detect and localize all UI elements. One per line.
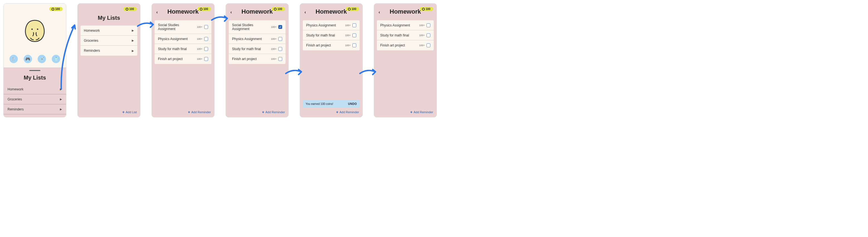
task-reward: 100+ bbox=[345, 44, 351, 47]
game-icon: 🎮 bbox=[25, 57, 30, 61]
list-item-reminders[interactable]: Reminders ▶ bbox=[81, 46, 137, 56]
plus-icon: + bbox=[410, 110, 412, 114]
coin-badge[interactable]: 100 bbox=[197, 7, 211, 11]
vaccine-button[interactable]: 💉 bbox=[38, 55, 46, 63]
task-checkbox[interactable] bbox=[278, 37, 282, 41]
coin-badge[interactable]: 100 bbox=[272, 7, 285, 11]
task-reward: 100+ bbox=[197, 47, 203, 50]
coin-badge[interactable]: 100 bbox=[420, 7, 433, 11]
coin-value: 100 bbox=[55, 7, 60, 10]
task-checkbox[interactable] bbox=[204, 57, 208, 61]
shirt-button[interactable]: 👕 bbox=[52, 55, 60, 63]
task-checkbox[interactable] bbox=[427, 43, 430, 47]
pet-avatar bbox=[22, 18, 48, 44]
back-button[interactable]: ‹ bbox=[305, 10, 306, 15]
bottom-sheet[interactable]: My Lists Homework ▶ Groceries ▶ Reminder… bbox=[4, 68, 66, 117]
food-button[interactable]: 🍴 bbox=[9, 55, 18, 63]
task-checkbox[interactable] bbox=[352, 33, 356, 37]
back-button[interactable]: ‹ bbox=[230, 10, 232, 15]
task-row[interactable]: Study for math final 100+ bbox=[229, 44, 285, 54]
task-reward: 100+ bbox=[197, 38, 203, 40]
task-row[interactable]: Study for math final 100+ bbox=[377, 30, 434, 40]
task-row[interactable]: Finish art project 100+ bbox=[155, 54, 211, 64]
add-list-label: Add List bbox=[126, 110, 137, 114]
chevron-right-icon: ▶ bbox=[132, 29, 134, 32]
task-checkbox[interactable] bbox=[352, 23, 356, 27]
coin-icon bbox=[422, 8, 425, 10]
header: ‹ Homework 100 bbox=[152, 4, 214, 20]
task-reward: 100+ bbox=[271, 58, 277, 60]
add-reminder-label: Add Reminder bbox=[340, 110, 359, 114]
task-name: Physics Assignment bbox=[232, 37, 262, 41]
task-row[interactable]: Study for math final 100+ bbox=[155, 44, 211, 54]
task-name: Social Studies Assignment bbox=[158, 23, 197, 31]
task-row[interactable]: Physics Assignment 100+ bbox=[303, 20, 360, 30]
screen-homework-checked: ‹ Homework 100 Social Studies Assignment… bbox=[226, 3, 288, 117]
task-row[interactable]: Social Studies Assignment 100+ bbox=[229, 20, 285, 34]
task-checkbox[interactable] bbox=[278, 25, 282, 29]
svg-point-0 bbox=[31, 29, 33, 30]
undo-button[interactable]: UNDO bbox=[348, 102, 357, 105]
game-button[interactable]: 🎮 bbox=[24, 55, 32, 63]
task-checkbox[interactable] bbox=[427, 23, 430, 27]
task-reward: 100+ bbox=[345, 24, 351, 27]
tasks-card: Social Studies Assignment 100+ Physics A… bbox=[229, 20, 285, 64]
list-item-groceries[interactable]: Groceries ▶ bbox=[4, 94, 66, 104]
add-list-button[interactable]: + Add List bbox=[122, 110, 137, 114]
screen-mylists: 100 My Lists Homework ▶ Groceries ▶ Remi… bbox=[78, 3, 141, 117]
list-item-label: Groceries bbox=[7, 97, 22, 101]
list-item-homework[interactable]: Homework ▶ bbox=[4, 84, 66, 94]
list-item-reminders[interactable]: Reminders ▶ bbox=[4, 104, 66, 114]
coin-badge[interactable]: 100 bbox=[123, 7, 137, 11]
task-name: Physics Assignment bbox=[306, 23, 336, 27]
coin-value: 100 bbox=[426, 7, 430, 10]
task-checkbox[interactable] bbox=[204, 47, 208, 51]
coin-value: 100 bbox=[351, 7, 356, 10]
task-name: Finish art project bbox=[306, 43, 331, 47]
task-checkbox[interactable] bbox=[278, 47, 282, 51]
task-row[interactable]: Physics Assignment 100+ bbox=[377, 20, 434, 30]
task-row[interactable]: Finish art project 100+ bbox=[377, 40, 434, 50]
list-item-groceries[interactable]: Groceries ▶ bbox=[81, 36, 137, 46]
task-name: Finish art project bbox=[380, 43, 405, 47]
add-reminder-button[interactable]: + Add Reminder bbox=[336, 110, 359, 114]
sheet-handle[interactable] bbox=[29, 70, 40, 71]
task-row[interactable]: Physics Assignment 100+ bbox=[155, 34, 211, 44]
task-name: Study for math final bbox=[158, 47, 187, 51]
task-checkbox[interactable] bbox=[204, 25, 208, 29]
lists-card: Homework ▶ Groceries ▶ Reminders ▶ bbox=[81, 26, 137, 56]
coin-badge[interactable]: 100 bbox=[49, 7, 63, 11]
task-row[interactable]: Social Studies Assignment 100+ bbox=[155, 20, 211, 34]
back-button[interactable]: ‹ bbox=[378, 10, 380, 15]
shirt-icon: 👕 bbox=[54, 57, 59, 61]
task-checkbox[interactable] bbox=[427, 33, 430, 37]
task-name: Physics Assignment bbox=[380, 23, 410, 27]
tasks-card: Physics Assignment 100+ Study for math f… bbox=[303, 20, 360, 50]
add-reminder-button[interactable]: + Add Reminder bbox=[410, 110, 433, 114]
coin-icon bbox=[348, 8, 351, 10]
back-button[interactable]: ‹ bbox=[156, 10, 158, 15]
coin-badge[interactable]: 100 bbox=[346, 7, 359, 11]
task-checkbox[interactable] bbox=[352, 43, 356, 47]
task-name: Finish art project bbox=[232, 57, 257, 61]
list-item-homework[interactable]: Homework ▶ bbox=[81, 26, 137, 36]
task-row[interactable]: Study for math final 100+ bbox=[303, 30, 360, 40]
task-reward: 100+ bbox=[271, 47, 277, 50]
add-reminder-button[interactable]: + Add Reminder bbox=[188, 110, 211, 114]
add-reminder-label: Add Reminder bbox=[414, 110, 433, 114]
task-reward: 100+ bbox=[197, 58, 203, 60]
task-row[interactable]: Finish art project 100+ bbox=[229, 54, 285, 64]
task-reward: 100+ bbox=[271, 38, 277, 40]
header: ‹ Homework 100 bbox=[226, 4, 288, 20]
add-reminder-button[interactable]: + Add Reminder bbox=[262, 110, 285, 114]
task-row[interactable]: Physics Assignment 100+ bbox=[229, 34, 285, 44]
list-item-label: Reminders bbox=[7, 107, 24, 111]
task-checkbox[interactable] bbox=[278, 57, 282, 61]
screen-homework-toast: ‹ Homework 100 Physics Assignment 100+ S… bbox=[300, 3, 363, 117]
task-row[interactable]: Finish art project 100+ bbox=[303, 40, 360, 50]
task-checkbox[interactable] bbox=[204, 37, 208, 41]
task-name: Study for math final bbox=[380, 33, 409, 37]
task-reward: 100+ bbox=[419, 24, 425, 27]
plus-icon: + bbox=[336, 110, 338, 114]
task-name: Study for math final bbox=[232, 47, 261, 51]
